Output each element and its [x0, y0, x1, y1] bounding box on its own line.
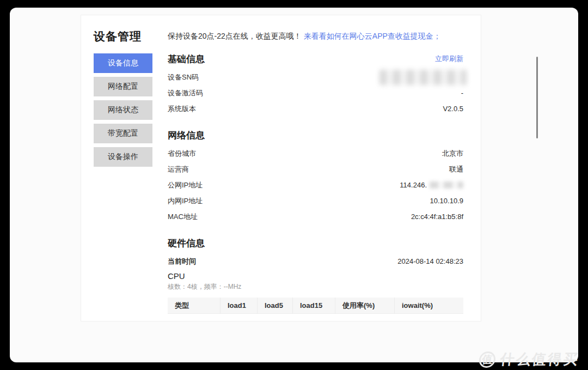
- row-device-sn: 设备SN码: [168, 69, 463, 85]
- notice-link[interactable]: 来看看如何在网心云APP查收益提现金；: [304, 32, 441, 40]
- basic-info-title: 基础信息: [168, 53, 205, 65]
- sidebar: 设备信息 网络配置 网络状态 带宽配置 设备操作: [94, 53, 152, 314]
- cpu-table-header: 类型 load1 load5 load15 使用率(%) iowait(%): [168, 298, 463, 314]
- col-header-iowait-pct: iowait(%): [395, 298, 463, 313]
- cpu-meta: 核数：4核，频率：--MHz: [168, 282, 463, 292]
- page-title: 设备管理: [94, 29, 168, 44]
- row-value: V2.0.5: [443, 105, 463, 113]
- col-header-load1: load1: [220, 298, 258, 313]
- row-value: 10.10.10.9: [430, 197, 463, 205]
- row-value-redacted: [379, 70, 463, 85]
- row-province-city: 省份城市 北京市: [168, 145, 463, 161]
- scrollbar-thumb[interactable]: [536, 57, 538, 138]
- card-header: 设备管理 保持设备20点-22点在线，收益更高哦！来看看如何在网心云APP查收益…: [81, 15, 481, 47]
- row-value: 2c:c4:4f:a1:b5:8f: [411, 213, 463, 221]
- row-value: 北京市: [442, 149, 463, 159]
- hardware-info-title: 硬件信息: [168, 237, 205, 250]
- refresh-now-link[interactable]: 立即刷新: [435, 54, 463, 64]
- row-mac-address: MAC地址 2c:c4:4f:a1:b5:8f: [168, 209, 463, 225]
- col-header-usage-pct: 使用率(%): [335, 298, 395, 313]
- watermark-text: 什么值得买: [499, 350, 580, 369]
- online-notice: 保持设备20点-22点在线，收益更高哦！来看看如何在网心云APP查收益提现金；: [168, 32, 441, 41]
- sidebar-item-device-info[interactable]: 设备信息: [94, 53, 152, 73]
- row-label: 内网IP地址: [168, 196, 203, 206]
- sidebar-item-bandwidth-config[interactable]: 带宽配置: [94, 124, 152, 143]
- network-info-title: 网络信息: [168, 129, 205, 142]
- current-time-value: 2024-08-14 02:48:23: [397, 257, 463, 265]
- hardware-info-header: 硬件信息: [168, 238, 463, 248]
- sidebar-item-network-status[interactable]: 网络状态: [94, 100, 152, 120]
- row-system-version: 系统版本 V2.0.5: [168, 101, 463, 117]
- row-lan-ip: 内网IP地址 10.10.10.9: [168, 193, 463, 209]
- public-ip-prefix: 114.246.: [400, 181, 427, 189]
- row-carrier: 运营商 联通: [168, 161, 463, 177]
- row-label: 设备SN码: [168, 72, 199, 82]
- row-value-partially-redacted: 114.246.: [400, 181, 463, 189]
- col-header-load5: load5: [258, 298, 293, 313]
- row-label: 设备激活码: [168, 88, 203, 98]
- browser-window: 设备管理 保持设备20点-22点在线，收益更高哦！来看看如何在网心云APP查收益…: [10, 8, 578, 362]
- sidebar-item-network-config[interactable]: 网络配置: [94, 77, 152, 96]
- sidebar-item-device-actions[interactable]: 设备操作: [94, 147, 152, 167]
- device-management-card: 设备管理 保持设备20点-22点在线，收益更高哦！来看看如何在网心云APP查收益…: [81, 15, 481, 322]
- row-label: 系统版本: [168, 104, 196, 114]
- row-current-time: 当前时间 2024-08-14 02:48:23: [168, 253, 463, 269]
- row-public-ip: 公网IP地址 114.246.: [168, 177, 463, 193]
- row-value: 联通: [449, 165, 463, 174]
- row-label: 公网IP地址: [168, 180, 203, 190]
- row-label: 运营商: [168, 165, 189, 174]
- redacted-ip-suffix: [430, 181, 463, 189]
- network-info-header: 网络信息: [168, 130, 463, 141]
- redacted-sn-value: [379, 70, 467, 85]
- notice-text: 保持设备20点-22点在线，收益更高哦！: [168, 32, 302, 40]
- basic-info-header: 基础信息 立即刷新: [168, 53, 463, 64]
- cpu-title: CPU: [168, 271, 463, 281]
- smzdm-logo-icon: 值: [478, 351, 496, 368]
- row-label: 省份城市: [168, 149, 196, 159]
- smzdm-watermark: 值 什么值得买: [478, 350, 580, 369]
- row-label: MAC地址: [168, 212, 198, 222]
- col-header-load15: load15: [293, 298, 335, 313]
- card-body: 设备信息 网络配置 网络状态 带宽配置 设备操作 基础信息 立即刷新 设备SN码…: [81, 47, 481, 314]
- main-content: 基础信息 立即刷新 设备SN码 设备激活码 - 系统版本 V2.0.5 网络信息: [168, 53, 463, 314]
- col-header-type: 类型: [168, 298, 220, 313]
- current-time-label: 当前时间: [168, 257, 196, 266]
- row-value: -: [461, 89, 463, 97]
- row-activation-code: 设备激活码 -: [168, 85, 463, 101]
